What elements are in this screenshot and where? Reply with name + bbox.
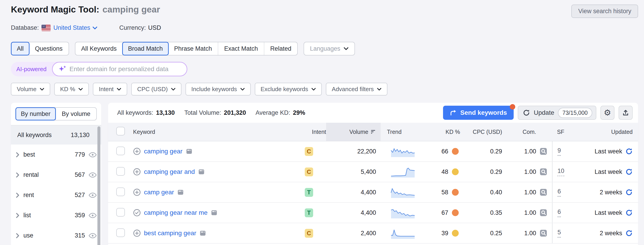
match-type-tabs: All Questions All Keywords Broad Match P…	[11, 42, 644, 56]
eye-icon[interactable]	[88, 212, 97, 218]
row-checkbox[interactable]	[116, 187, 125, 196]
column-com[interactable]: Com.	[502, 129, 536, 135]
group-item-list[interactable]: list 359	[11, 205, 101, 225]
add-keyword-icon[interactable]	[133, 147, 141, 155]
sf-count[interactable]: 6	[558, 188, 561, 197]
group-all-keywords[interactable]: All keywords 13,130	[11, 125, 101, 145]
chevron-down-icon	[344, 47, 348, 50]
toggle-by-number[interactable]: By number	[16, 107, 56, 120]
add-keyword-icon[interactable]	[133, 188, 141, 196]
serp-analysis-icon[interactable]	[539, 208, 548, 217]
tab-related[interactable]: Related	[264, 42, 297, 55]
keyword-added-check-icon[interactable]	[133, 209, 141, 216]
updated-value: Last week	[594, 168, 622, 175]
keyword-link[interactable]: camp gear	[144, 189, 174, 196]
filter-intent[interactable]: Intent	[93, 83, 127, 95]
column-sf[interactable]: SF	[552, 129, 575, 135]
filter-volume[interactable]: Volume	[11, 83, 50, 95]
filter-advanced[interactable]: Advanced filters	[326, 83, 388, 95]
eye-icon[interactable]	[88, 192, 97, 198]
column-keyword[interactable]: Keyword	[133, 129, 300, 135]
group-item-rent[interactable]: rent 527	[11, 185, 101, 205]
tab-exact-match[interactable]: Exact Match	[218, 42, 264, 55]
ai-domain-input[interactable]	[70, 66, 181, 73]
serp-preview-icon[interactable]	[200, 230, 206, 236]
tab-all[interactable]: All	[11, 42, 30, 56]
chevron-down-icon	[40, 88, 44, 91]
keyword-link[interactable]: best camping gear	[144, 229, 196, 237]
settings-button[interactable]: ⚙	[600, 106, 614, 120]
tab-all-keywords[interactable]: All Keywords	[76, 42, 122, 55]
serp-preview-icon[interactable]	[198, 168, 205, 175]
stat-all-label: All keywords:	[117, 109, 153, 116]
group-item-use[interactable]: use 315	[11, 225, 101, 245]
keyword-link[interactable]: camping gear near me	[144, 209, 208, 216]
kd-level-dot	[452, 189, 459, 196]
keyword-groups-sidebar: By number By volume All keywords 13,130 …	[11, 103, 101, 245]
export-button[interactable]	[618, 106, 633, 120]
filter-exclude-keywords[interactable]: Exclude keywords	[255, 83, 322, 95]
row-checkbox[interactable]	[116, 167, 125, 176]
refresh-metrics-icon[interactable]	[626, 148, 633, 155]
column-kd[interactable]: KD %	[425, 129, 460, 135]
keyword-link[interactable]: camping gear	[144, 148, 182, 155]
eye-icon[interactable]	[88, 172, 97, 178]
column-cpc[interactable]: CPC (USD)	[460, 129, 502, 135]
tab-phrase-match[interactable]: Phrase Match	[168, 42, 218, 55]
serp-preview-icon[interactable]	[186, 148, 192, 155]
sort-desc-icon	[371, 130, 376, 134]
add-keyword-icon[interactable]	[133, 229, 141, 237]
filter-kd[interactable]: KD %	[54, 83, 89, 95]
tab-broad-match[interactable]: Broad Match	[122, 42, 169, 56]
refresh-metrics-icon[interactable]	[626, 189, 633, 196]
sidebar-scrollbar[interactable]	[98, 126, 100, 245]
sf-count[interactable]: 5	[558, 229, 561, 238]
database-value: United States	[53, 24, 90, 31]
serp-analysis-icon[interactable]	[539, 167, 548, 176]
toggle-by-volume[interactable]: By volume	[56, 108, 96, 120]
refresh-metrics-icon[interactable]	[626, 209, 633, 216]
serp-preview-icon[interactable]	[177, 189, 184, 196]
filter-cpc[interactable]: CPC (USD)	[131, 83, 181, 95]
group-item-best[interactable]: best 779	[11, 145, 101, 165]
serp-analysis-icon[interactable]	[539, 188, 548, 197]
view-search-history-button[interactable]: View search history	[571, 5, 638, 18]
serp-analysis-icon[interactable]	[539, 229, 548, 238]
sf-count[interactable]: 10	[558, 167, 564, 176]
column-volume[interactable]: Volume	[326, 123, 380, 141]
trend-sparkline	[390, 186, 415, 199]
update-button[interactable]: Update 73/15,000	[518, 106, 596, 120]
select-all-checkbox[interactable]	[116, 127, 125, 135]
serp-analysis-icon[interactable]	[539, 147, 548, 156]
serp-preview-icon[interactable]	[211, 209, 218, 216]
group-item-rental[interactable]: rental 567	[11, 165, 101, 185]
sf-count[interactable]: 6	[558, 208, 561, 217]
eye-icon[interactable]	[88, 152, 97, 158]
column-intent[interactable]: Intent	[300, 129, 326, 135]
sf-count[interactable]: 9	[558, 147, 561, 156]
tab-questions[interactable]: Questions	[29, 42, 68, 55]
volume-value: 2,400	[326, 230, 380, 237]
filter-include-keywords[interactable]: Include keywords	[186, 83, 251, 95]
languages-dropdown[interactable]: Languages	[304, 42, 355, 56]
keyword-link[interactable]: camping gear and	[144, 168, 195, 175]
refresh-metrics-icon[interactable]	[626, 168, 633, 175]
column-trend[interactable]: Trend	[380, 129, 425, 135]
database-selector[interactable]: United States	[53, 24, 98, 31]
add-keyword-icon[interactable]	[133, 168, 141, 176]
group-label: use	[24, 232, 34, 239]
column-updated[interactable]: Updated	[575, 129, 633, 135]
row-checkbox[interactable]	[116, 228, 125, 237]
intent-badge: C	[305, 147, 313, 156]
table-row: camping gear C 22,200 66 0.29 1.00 9 Las…	[108, 141, 638, 162]
scope-tab-group: All Questions	[11, 42, 69, 56]
refresh-metrics-icon[interactable]	[626, 229, 633, 237]
send-keywords-button[interactable]: Send keywords	[443, 106, 514, 120]
stat-kd-value: 29%	[293, 109, 305, 116]
group-label: best	[24, 151, 35, 158]
row-checkbox[interactable]	[116, 208, 125, 216]
intent-badge: T	[305, 188, 313, 197]
eye-icon[interactable]	[88, 233, 97, 239]
kd-level-dot	[452, 168, 459, 175]
row-checkbox[interactable]	[116, 147, 125, 155]
